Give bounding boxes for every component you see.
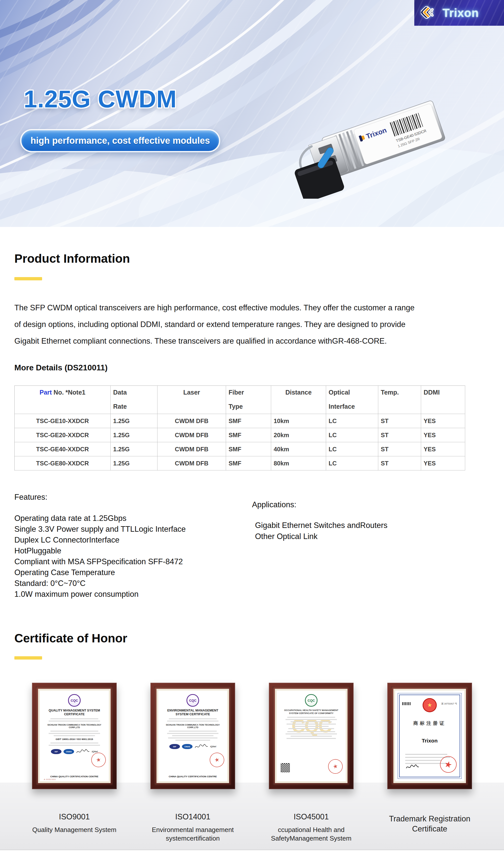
brand-logo: Trixon [414, 0, 504, 26]
text-line-decoration [54, 735, 95, 736]
text-line-decoration [49, 733, 100, 734]
frame-mat: CQC ENVIRONMENTAL MANAGEMENT SYSTEM CERT… [157, 689, 229, 783]
spec-table-cell: SMF [226, 428, 271, 442]
spec-table-cell: ST [378, 428, 421, 442]
certificate-standard: GB/T 19001-2016 / ISO 9001:2015 [40, 738, 109, 741]
text-line-decoration [291, 721, 332, 722]
certificates-section: Certificate of Honor CQC QUALITY MANAGEM… [0, 600, 504, 859]
certificate-iso14001: CQC ENVIRONMENTAL MANAGEMENT SYSTEM CERT… [150, 683, 235, 789]
certificate-text-lines [283, 731, 339, 739]
yellow-underline [14, 277, 42, 280]
spec-table-cell: 20km [271, 428, 326, 442]
cqc-badge-text: CQC [71, 698, 78, 702]
header-line: Optical [329, 389, 375, 396]
list-item: Operating Case Temperature [14, 567, 242, 578]
signature-icon [406, 764, 419, 770]
iqnet-logo-icon: IQNet [210, 745, 216, 748]
text-line-decoration [169, 731, 217, 732]
features-list: Operating data rate at 1.25GbpsSingle 3.… [14, 513, 242, 600]
blue-border-inner: 第 16731917 号 ★ 商标注册证 Trixon ★ [399, 695, 460, 777]
text-line-decoration [50, 731, 98, 732]
list-item: Compliant with MSA SFPSpecification SFF-… [14, 556, 242, 567]
caption-title: Trademark Registration Certificate [382, 814, 478, 834]
certificate-trademark: 第 16731917 号 ★ 商标注册证 Trixon ★ [387, 683, 472, 789]
features-block: Features: Operating data rate at 1.25Gbp… [14, 493, 242, 600]
caption-iso9001: ISO9001 Quality Management System [15, 812, 134, 843]
applications-title: Applications: [252, 500, 388, 509]
certificate-text-lines [47, 718, 102, 721]
text-line-decoration [169, 718, 217, 719]
spec-table-header: Temp. [378, 386, 421, 414]
certificate-paper: CQC ENVIRONMENTAL MANAGEMENT SYSTEM CERT… [158, 691, 227, 781]
frame-inner: CQC QUALITY MANAGEMENT SYSTEM CERTIFICAT… [36, 687, 113, 785]
certificate-paper: CQC CQC OCCUPATIONAL HEALTH SAFETY MANAG… [277, 691, 346, 781]
product-info-section: Product Information The SFP CWDM optical… [0, 227, 504, 600]
certificate-text-lines [283, 717, 339, 729]
frame-inner: CQC ENVIRONMENTAL MANAGEMENT SYSTEM CERT… [154, 687, 231, 785]
yellow-underline [14, 656, 42, 659]
spec-table-header: Distance [271, 386, 326, 414]
certificate-footer: CHINA QUALITY CERTIFICATION CENTRE [158, 775, 227, 778]
cnas-logo-icon: CNAS [182, 744, 193, 749]
spec-table-cell: SMF [226, 414, 271, 428]
header-line: Rate [113, 403, 155, 410]
spec-table-cell: YES [421, 414, 465, 428]
brand-logo-text: Trixon [442, 6, 479, 19]
description-line: The SFP CWDM optical transceivers are hi… [14, 300, 478, 316]
frame-inner: CQC CQC OCCUPATIONAL HEALTH SAFETY MANAG… [273, 687, 350, 785]
captions-grid: ISO9001 Quality Management System ISO140… [15, 812, 489, 843]
header-line: Interface [329, 403, 375, 410]
header-lead: Part [40, 389, 52, 396]
caption-title: ISO45001 [263, 812, 359, 822]
text-line-decoration [49, 721, 100, 721]
cnas-logo-icon: CNAS [64, 749, 74, 754]
trademark-brand: Trixon [400, 738, 460, 744]
caption-subtitle: Environmental management systemcertifica… [142, 825, 243, 843]
features-title: Features: [14, 493, 242, 502]
spec-table-cell: 10km [271, 414, 326, 428]
certificate-iso9001: CQC QUALITY MANAGEMENT SYSTEM CERTIFICAT… [32, 683, 117, 789]
cqc-badge-text: CQC [189, 698, 197, 702]
certificates-row: CQC QUALITY MANAGEMENT SYSTEM CERTIFICAT… [15, 683, 489, 789]
certificate-serial: A 0052333 [44, 778, 56, 781]
tagline-pill-button[interactable]: high performance, cost effective modules [20, 129, 220, 152]
certificate-text-lines [47, 743, 102, 746]
spec-table-cell: 1.25G [111, 456, 158, 470]
cqc-logo-icon: CQC [305, 694, 318, 707]
tagline-text: high performance, cost effective modules [30, 135, 210, 146]
spec-table-cell: TSC-GE20-XXDCR [15, 428, 111, 442]
accreditation-logos: IAF CNAS IQNet [158, 744, 227, 749]
certificate-text-lines [165, 731, 221, 741]
text-line-decoration [286, 733, 337, 734]
certificate-footer: CHINA QUALITY CERTIFICATION CENTRE [40, 775, 109, 778]
spec-table-cell: LC [326, 414, 378, 428]
trademark-serial: 第 16731917 号 [441, 702, 457, 705]
certificate-org: SICHUAN TRIXON COMMUNICA TION TECHNOLOGY… [40, 723, 109, 729]
signature-icon [76, 749, 90, 754]
red-seal-icon: ★ [208, 751, 226, 769]
national-emblem-icon: ★ [423, 698, 437, 712]
list-item: Standard: 0°C~70°C [14, 578, 242, 589]
spec-table-cell: ST [378, 414, 421, 428]
cqc-badge-text: CQC [308, 698, 315, 702]
spec-table-cell: SMF [226, 442, 271, 456]
spec-table-header: OpticalInterface [326, 386, 378, 414]
spec-table-header: Part No. *Note1 [15, 386, 111, 414]
text-line-decoration [167, 721, 218, 721]
frame-mat: CQC QUALITY MANAGEMENT SYSTEM CERTIFICAT… [38, 689, 111, 783]
applications-list: Gigabit Ethernet Switches andRoutersOthe… [255, 520, 388, 542]
product-description: The SFP CWDM optical transceivers are hi… [14, 300, 478, 350]
caption-subtitle: Quality Management System [24, 825, 125, 834]
certificate-iso45001: CQC CQC OCCUPATIONAL HEALTH SAFETY MANAG… [269, 683, 354, 789]
caption-subtitle: ccupational Health and SafetyManagement … [261, 825, 362, 843]
text-line-decoration [287, 731, 335, 732]
chevron-logo-icon [421, 5, 438, 21]
frame-inner: 第 16731917 号 ★ 商标注册证 Trixon ★ [391, 687, 468, 785]
spec-table-header: DataRate [111, 386, 158, 414]
list-item: Single 3.3V Power supply and TTLLogic In… [14, 524, 242, 535]
certificates-title: Certificate of Honor [14, 631, 504, 645]
caption-iso14001: ISO14001 Environmental management system… [134, 812, 252, 843]
text-line-decoration [49, 745, 100, 746]
cqc-logo-icon: CQC [186, 694, 199, 707]
text-line-decoration [168, 737, 217, 739]
